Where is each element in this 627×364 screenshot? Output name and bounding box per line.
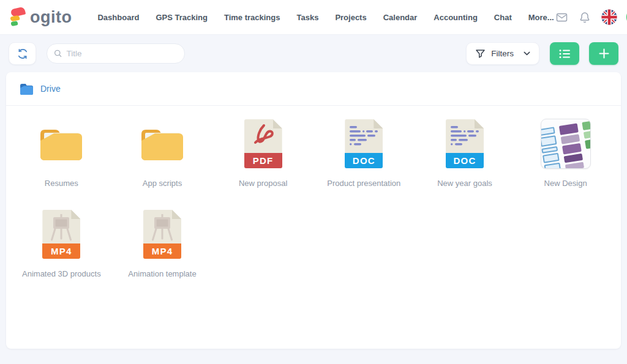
file-card-image[interactable]: New Design [515,116,616,188]
doc-file-icon: DOC [446,119,484,168]
doc-file-icon: DOC [345,119,383,168]
nav-item-gps-tracking[interactable]: GPS Tracking [156,13,208,22]
search-box [47,43,185,64]
file-name: Animated 3D products [22,269,101,278]
file-name: Animation template [128,269,196,278]
pdf-file-icon: PDF [244,119,282,168]
file-card-doc[interactable]: DOC New year goals [415,116,516,188]
uk-flag-icon [601,9,617,25]
language-selector[interactable] [600,8,618,26]
mail-icon [555,11,568,24]
notifications-button[interactable] [577,10,592,25]
nav-item-tasks[interactable]: Tasks [296,13,318,22]
file-card-folder[interactable]: Resumes [11,116,112,188]
file-name: Resumes [45,179,78,188]
list-view-button[interactable] [550,42,579,65]
top-navbar: ogito Dashboard GPS Tracking Time tracki… [0,0,627,35]
nav-item-dashboard[interactable]: Dashboard [97,13,139,22]
nav-item-calendar[interactable]: Calendar [383,13,418,22]
doc-badge: DOC [446,153,484,168]
mp4-badge: MP4 [143,243,181,259]
filter-funnel-icon [475,48,486,59]
breadcrumb-drive[interactable]: Drive [40,84,61,94]
file-card-mp4[interactable]: MP4 Animated 3D products [11,206,112,278]
filters-button[interactable]: Filters [466,42,539,65]
file-card-mp4[interactable]: MP4 Animation template [112,206,213,278]
bell-icon [579,11,591,24]
chevron-down-icon [524,51,530,56]
drive-panel: Drive Resumes App script [6,72,621,349]
search-input[interactable] [66,49,178,58]
file-card-pdf[interactable]: PDF New proposal [212,116,314,188]
folder-icon [20,83,34,95]
header-actions [554,6,627,28]
file-name: New proposal [239,179,288,188]
brand-name: ogito [30,8,72,27]
filters-label: Filters [491,49,514,58]
folder-icon [140,116,185,172]
file-name: New Design [544,179,587,188]
brand-logo[interactable]: ogito [10,7,72,27]
folder-icon [39,116,84,172]
file-card-doc[interactable]: DOC Product presentation [314,116,415,188]
main-nav: Dashboard GPS Tracking Time trackings Ta… [97,13,554,22]
pdf-badge: PDF [244,153,282,168]
toolbar: Filters [0,35,627,65]
image-thumbnail [541,119,591,169]
nav-item-more[interactable]: More... [528,13,554,22]
file-name: Product presentation [327,179,400,188]
file-name: New year goals [437,179,492,188]
nav-item-accounting[interactable]: Accounting [434,13,478,22]
list-view-icon [559,49,571,59]
mail-button[interactable] [554,10,569,25]
add-button[interactable] [589,42,618,65]
file-card-folder[interactable]: App scripts [112,116,213,188]
brand-logo-icon [10,7,27,27]
mp4-badge: MP4 [42,243,80,259]
file-name: App scripts [143,179,182,188]
refresh-button[interactable] [9,42,36,65]
nav-item-time-trackings[interactable]: Time trackings [224,13,280,22]
mp4-file-icon: MP4 [42,210,80,259]
refresh-icon [17,48,29,60]
nav-item-chat[interactable]: Chat [494,13,512,22]
plus-icon [599,48,609,59]
search-icon [54,49,62,58]
file-grid: Resumes App scripts [6,106,621,288]
mp4-file-icon: MP4 [143,210,181,259]
breadcrumb: Drive [6,72,621,106]
nav-item-projects[interactable]: Projects [335,13,366,22]
doc-badge: DOC [345,153,383,168]
